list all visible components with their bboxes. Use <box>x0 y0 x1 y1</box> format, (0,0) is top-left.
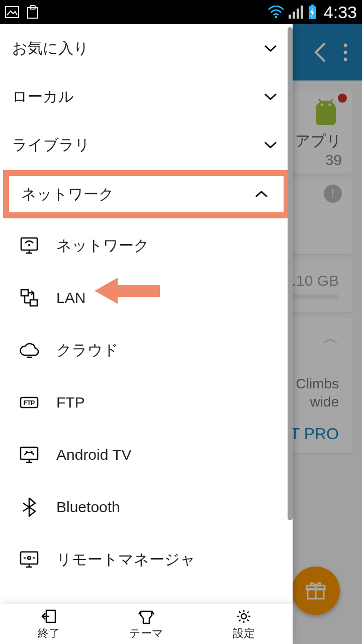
section-favorites[interactable]: お気に入り <box>0 24 293 72</box>
svg-point-50 <box>241 614 246 619</box>
lan-icon <box>18 288 40 308</box>
subitem-label: FTP <box>56 394 85 411</box>
theme-icon <box>138 608 155 625</box>
settings-label: 設定 <box>233 626 255 641</box>
settings-button[interactable]: 設定 <box>195 604 293 644</box>
android-status-bar: 4:33 <box>0 0 362 24</box>
subitem-android-tv[interactable]: Android TV <box>0 429 293 481</box>
cloud-icon <box>18 342 40 358</box>
chevron-down-icon <box>263 140 278 149</box>
chevron-down-icon <box>263 92 278 101</box>
exit-icon <box>40 608 57 625</box>
svg-rect-25 <box>21 290 28 296</box>
drawer-scrollbar[interactable] <box>288 27 293 601</box>
section-label: ローカル <box>12 87 74 107</box>
subitem-lan[interactable]: LAN <box>0 272 293 324</box>
svg-rect-7 <box>301 6 303 19</box>
navigation-drawer: お気に入り ローカル ライブラリ ネットワーク ネットワーク LAN <box>0 24 293 604</box>
section-library[interactable]: ライブラリ <box>0 121 293 169</box>
svg-rect-39 <box>21 552 38 564</box>
bluetooth-icon <box>18 497 40 517</box>
chevron-up-icon <box>254 190 268 199</box>
wifi-icon <box>267 6 285 19</box>
section-label: お気に入り <box>12 38 89 59</box>
subitem-network[interactable]: ネットワーク <box>0 219 293 272</box>
exit-label: 終了 <box>38 626 60 641</box>
network-monitor-icon <box>18 236 40 255</box>
subitem-label: リモートマネージャ <box>56 549 196 570</box>
subitem-bluetooth[interactable]: Bluetooth <box>0 481 293 533</box>
subitem-label: Android TV <box>56 446 132 463</box>
signal-icon <box>289 6 304 19</box>
remote-manager-icon <box>18 550 40 569</box>
svg-text:FTP: FTP <box>24 399 35 407</box>
ftp-icon: FTP <box>18 394 40 411</box>
subitem-label: ネットワーク <box>56 235 149 256</box>
svg-rect-5 <box>293 12 295 19</box>
svg-point-24 <box>28 244 30 246</box>
clipboard-icon <box>26 5 39 19</box>
theme-button[interactable]: テーマ <box>98 604 195 644</box>
svg-rect-4 <box>289 15 291 19</box>
subitem-label: LAN <box>56 289 85 306</box>
svg-rect-9 <box>311 5 314 7</box>
subitem-label: クラウド <box>56 340 119 361</box>
chevron-down-icon <box>263 44 278 53</box>
section-label: ネットワーク <box>21 184 114 205</box>
svg-point-3 <box>275 16 277 19</box>
section-local[interactable]: ローカル <box>0 72 293 121</box>
section-network[interactable]: ネットワーク <box>3 170 290 218</box>
subitem-remote-manager[interactable]: リモートマネージャ <box>0 533 293 586</box>
drawer-bottom-bar: 終了 テーマ 設定 <box>0 604 293 644</box>
scrollbar-thumb[interactable] <box>288 27 293 520</box>
subitem-label: Bluetooth <box>56 499 120 516</box>
svg-rect-6 <box>297 9 299 19</box>
theme-label: テーマ <box>129 626 163 641</box>
battery-charging-icon <box>308 5 317 20</box>
status-clock: 4:33 <box>324 3 357 22</box>
settings-icon <box>236 608 252 625</box>
android-tv-icon <box>18 445 40 464</box>
section-label: ライブラリ <box>12 135 90 155</box>
svg-point-42 <box>28 556 31 559</box>
subitem-cloud[interactable]: クラウド <box>0 324 293 376</box>
svg-rect-34 <box>21 447 38 459</box>
exit-button[interactable]: 終了 <box>0 604 98 644</box>
subitem-ftp[interactable]: FTP FTP <box>0 376 293 429</box>
picture-icon <box>5 6 19 18</box>
svg-rect-26 <box>30 300 37 306</box>
